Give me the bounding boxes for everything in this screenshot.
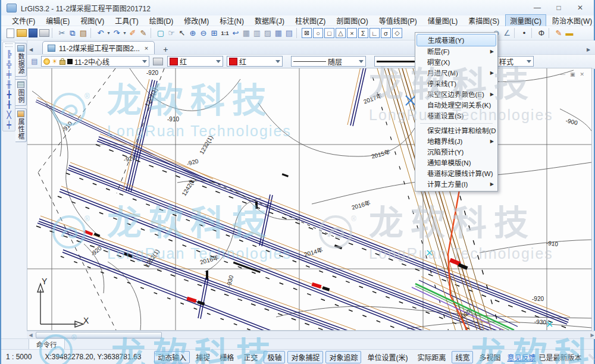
layer-hatch-icon[interactable]: ▨ (262, 28, 273, 39)
color-combo-2[interactable]: 红 (227, 56, 283, 67)
color-combo-1[interactable]: 红 (167, 56, 223, 67)
circle-tool-icon[interactable]: ○ (313, 28, 323, 38)
maximize-button[interactable]: □ (555, 4, 563, 12)
status-toggle[interactable]: 极轴 (264, 351, 285, 363)
zoom-in-icon[interactable]: ⊕ (187, 28, 198, 39)
feedback-link[interactable]: 意见反馈 (507, 352, 536, 362)
linetype-combo[interactable]: 随层 (291, 56, 366, 67)
sidebar-tool-2-icon[interactable]: ╬ (4, 59, 14, 69)
map-canvas[interactable]: -9202017年-9001222(1)-910-9102015年1232(1)… (27, 68, 592, 331)
menu-bar-item[interactable]: 编辑(E) (41, 14, 74, 27)
close-button[interactable]: ✕ (576, 4, 584, 12)
pencil-icon[interactable]: ✎ (553, 28, 564, 39)
canvas-minimize-icon[interactable]: — (560, 71, 565, 77)
undo-icon[interactable]: ↶ (95, 28, 106, 39)
sidebar-tool-3-icon[interactable]: ╪ (4, 69, 14, 79)
cut-icon[interactable]: ✂ (57, 28, 67, 39)
layer-manager-icon[interactable]: ▤ (29, 56, 40, 67)
undo-arrow-icon[interactable]: ▾ (106, 28, 111, 39)
plot-icon[interactable] (152, 56, 164, 67)
sigma2-tool-icon[interactable]: σ (381, 28, 391, 38)
status-toggle[interactable]: 线宽 (452, 351, 473, 363)
canvas-close-icon[interactable]: ✕ (580, 71, 584, 77)
layer-new-icon[interactable]: ▦ (241, 28, 252, 39)
corner-tool-icon[interactable]: ∟ (369, 28, 380, 38)
zoom-extent-icon[interactable]: ⊞ (209, 28, 220, 39)
menu-item[interactable]: 地籍界线(J)▶ (416, 136, 496, 147)
menu-item[interactable]: 自动处理空间关系(K) (416, 100, 496, 111)
sidebar-tool-4-icon[interactable]: ╫ (4, 79, 14, 89)
toolbar-grip[interactable] (5, 43, 12, 47)
panel-tab[interactable]: 图例 (15, 79, 27, 106)
point-icon[interactable]: • (519, 28, 530, 39)
sidebar-tool-1-icon[interactable]: ╠ (4, 49, 14, 59)
menu-bar-item[interactable]: 素描图(S) (464, 14, 504, 27)
tab-close-icon[interactable]: × (143, 45, 149, 52)
status-toggle[interactable]: 捕捉 (192, 351, 214, 363)
menu-item[interactable]: 硐室(X) (416, 57, 496, 68)
status-toggle[interactable]: 单位设置(米) (364, 351, 411, 363)
sidebar-tool-7-icon[interactable]: ╳ (4, 109, 14, 120)
pan-icon[interactable]: ☞ (166, 28, 177, 39)
ruler-icon[interactable]: ▬ (564, 28, 575, 39)
table-export-icon[interactable]: ▤ (284, 28, 295, 39)
menu-item[interactable]: 生成巷道(Y) (416, 34, 496, 46)
menu-item[interactable]: 巷道标定腰线计算(W) (416, 168, 496, 179)
sigma-tool-icon[interactable]: Σ (358, 28, 368, 38)
panel-tab[interactable]: 属性框 (15, 108, 27, 142)
table-icon[interactable]: ▦ (273, 28, 284, 39)
menu-bar-item[interactable]: 绘图(D) (145, 14, 178, 27)
status-toggle[interactable]: 对象捕捉 (287, 351, 323, 363)
menu-bar-item[interactable]: 柱状图(Z) (290, 14, 330, 27)
menu-item[interactable]: 停采线(T) (416, 79, 496, 89)
menu-bar-item[interactable]: 储量图(L) (423, 14, 463, 27)
menu-bar-item[interactable]: 测量图(C) (505, 14, 546, 27)
canvas-restore-icon[interactable]: ▣ (570, 71, 575, 77)
menu-bar-item[interactable]: 等值线图(P) (374, 14, 422, 27)
menu-bar-item[interactable]: 剖面图(O) (331, 14, 372, 27)
style-combo[interactable]: 样式 (497, 56, 534, 67)
status-toggle[interactable]: 实际距离 (414, 351, 449, 363)
status-toggle[interactable]: 栅格 (216, 351, 237, 363)
zoom-out-icon[interactable]: ⊖ (198, 28, 209, 39)
format-brush-icon[interactable]: ✐ (127, 28, 138, 39)
menu-item[interactable]: 采空区边界颜色(E)▶ (416, 89, 496, 100)
angle-icon[interactable]: ∠ (502, 28, 512, 39)
sidebar-tool-5-icon[interactable]: ╋ (4, 89, 14, 99)
menu-item[interactable]: 通知单模版(N) (416, 158, 496, 168)
phi-icon[interactable]: Φ (536, 28, 547, 39)
redo-arrow-icon[interactable]: ▾ (122, 28, 127, 39)
cross-tool-icon[interactable]: × (347, 28, 357, 38)
one-to-one-icon[interactable]: 1:1 (220, 28, 230, 39)
square-tool-icon[interactable]: □ (324, 28, 334, 38)
sidebar-tool-8-icon[interactable]: ┿ (4, 120, 14, 130)
menu-bar-item[interactable]: 视图(V) (76, 14, 109, 27)
new-tab-button[interactable]: + (161, 45, 170, 54)
zoom-window-icon[interactable]: ▢ (155, 28, 166, 39)
new-icon[interactable] (7, 29, 14, 38)
status-toggle[interactable]: 对象追踪 (325, 351, 361, 363)
menu-bar-item[interactable]: 标注(N) (215, 14, 249, 27)
menu-item[interactable]: 沉陷预计(Y) (416, 147, 496, 158)
menu-bar-item[interactable]: 修改(M) (179, 14, 214, 27)
scroll-right-icon[interactable]: ▶ (588, 332, 595, 338)
copy-icon[interactable]: ⧉ (67, 28, 78, 39)
select-icon[interactable]: ↖ (177, 28, 187, 39)
menu-item[interactable]: 计算土方量(I)▶ (416, 179, 496, 190)
open-icon[interactable] (17, 29, 27, 37)
save-icon[interactable] (29, 29, 37, 37)
scroll-left-icon[interactable]: ◀ (27, 332, 35, 338)
triangle-tool-icon[interactable]: △ (336, 28, 346, 38)
redo-icon[interactable]: ↷ (111, 28, 122, 39)
diamond-tool-icon[interactable]: ◇ (392, 28, 402, 38)
horizontal-scrollbar[interactable]: ◀ ▶ (27, 331, 595, 339)
document-tab[interactable]: 11-2煤采掘工程平面图2... × (42, 41, 155, 54)
layer-combo[interactable]: ☀ 11-2中心线 (41, 56, 149, 67)
status-toggle[interactable]: 正交 (240, 351, 261, 363)
layer-edit-icon[interactable]: ▥ (252, 28, 262, 39)
status-toggle[interactable]: 多视图 (475, 351, 504, 363)
menu-item[interactable]: 巷道设置(S) (416, 111, 496, 121)
tab-scroll-left-icon[interactable]: ◀ (27, 45, 35, 54)
panel-tab[interactable]: 数据源 (15, 43, 27, 77)
status-toggle[interactable]: 动态输入 (154, 351, 190, 363)
